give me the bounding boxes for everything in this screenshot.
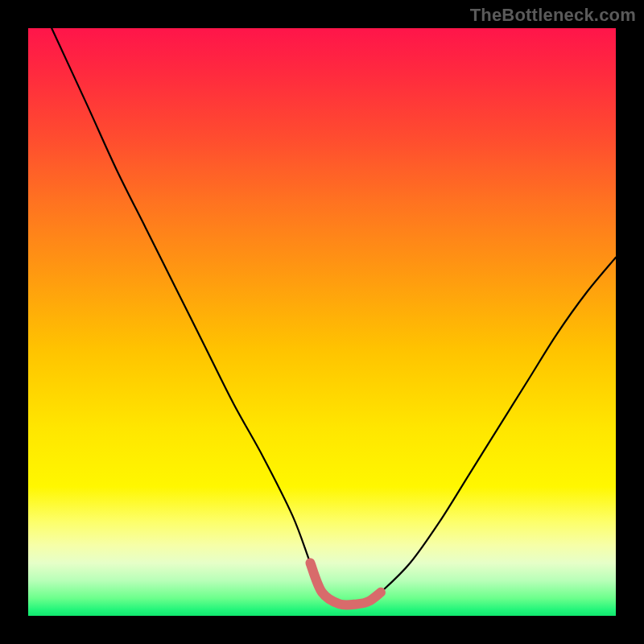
watermark-text: TheBottleneck.com <box>470 5 636 26</box>
chart-frame: TheBottleneck.com <box>0 0 644 644</box>
optimal-zone-highlight-path <box>310 563 381 605</box>
curve-svg <box>28 28 616 616</box>
plot-area <box>28 28 616 616</box>
bottleneck-curve-path <box>52 28 616 605</box>
